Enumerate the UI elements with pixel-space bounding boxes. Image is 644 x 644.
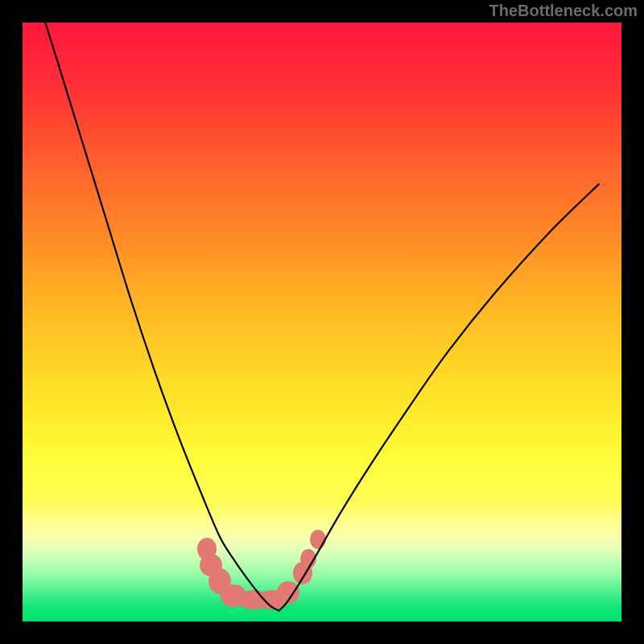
marker-lump <box>310 530 326 549</box>
watermark-text: TheBottleneck.com <box>489 2 638 19</box>
chart-root: TheBottleneck.com <box>0 0 644 644</box>
